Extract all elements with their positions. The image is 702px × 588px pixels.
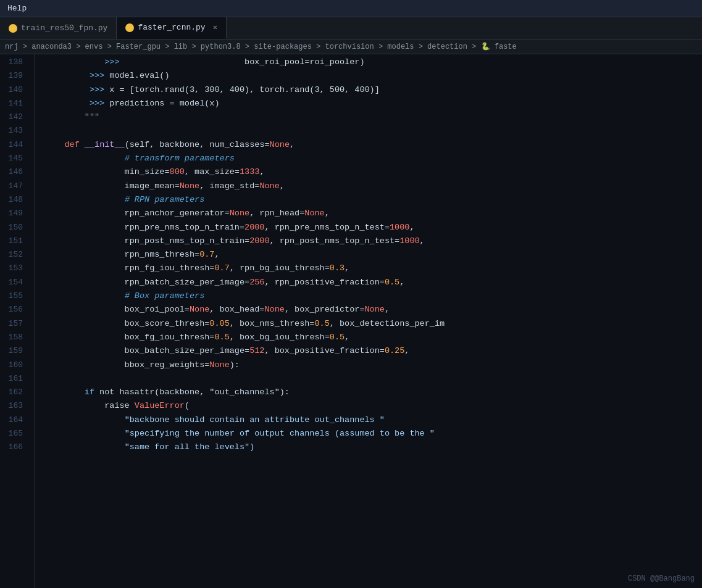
code-line-157: box_score_thresh=0.05, box_nms_thresh=0.… <box>44 317 702 331</box>
title-bar: Help <box>0 0 702 17</box>
title-label: Help <box>7 4 27 13</box>
ln-141: 141 <box>0 97 29 110</box>
ln-166: 166 <box>0 441 29 454</box>
ln-140: 140 <box>0 83 29 97</box>
breadcrumb-text: nrj > anaconda3 > envs > Faster_gpu > li… <box>5 42 517 51</box>
code-line-148: # RPN parameters <box>44 193 702 207</box>
python-icon-faster <box>125 23 134 32</box>
ln-163: 163 <box>0 399 29 413</box>
ln-152: 152 <box>0 248 29 262</box>
code-line-144: def __init__(self, backbone, num_classes… <box>44 138 702 152</box>
code-line-161 <box>44 372 702 386</box>
code-line-166: "same for all the levels") <box>44 441 702 454</box>
code-line-152: rpn_nms_thresh=0.7, <box>44 248 702 262</box>
ln-138: 138 <box>0 56 29 69</box>
breadcrumb: nrj > anaconda3 > envs > Faster_gpu > li… <box>0 39 702 54</box>
code-line-156: box_roi_pool=None, box_head=None, box_pr… <box>44 303 702 317</box>
tab-train[interactable]: train_res50_fpn.py <box>0 17 117 39</box>
ln-156: 156 <box>0 303 29 317</box>
ln-149: 149 <box>0 207 29 220</box>
line-numbers: 138 139 140 141 142 143 144 145 146 147 … <box>0 54 35 588</box>
watermark: CSDN @@BangBang <box>628 574 695 583</box>
code-line-142: """ <box>44 110 702 124</box>
tab-train-label: train_res50_fpn.py <box>21 23 107 33</box>
ln-154: 154 <box>0 276 29 289</box>
code-line-160: bbox_reg_weights=None): <box>44 358 702 372</box>
code-line-143 <box>44 124 702 138</box>
ln-165: 165 <box>0 427 29 441</box>
tab-faster-label: faster_rcnn.py <box>138 23 205 32</box>
ln-145: 145 <box>0 152 29 165</box>
code-line-153: rpn_fg_iou_thresh=0.7, rpn_bg_iou_thresh… <box>44 262 702 275</box>
code-line-146: min_size=800, max_size=1333, <box>44 165 702 179</box>
code-line-151: rpn_post_nms_top_n_train=2000, rpn_post_… <box>44 234 702 248</box>
ln-147: 147 <box>0 180 29 193</box>
code-line-155: # Box parameters <box>44 289 702 303</box>
code-line-164: "backbone should contain an attribute ou… <box>44 413 702 427</box>
code-line-147: image_mean=None, image_std=None, <box>44 180 702 193</box>
ln-146: 146 <box>0 165 29 179</box>
ln-159: 159 <box>0 344 29 358</box>
ln-164: 164 <box>0 413 29 427</box>
ln-139: 139 <box>0 69 29 83</box>
ln-153: 153 <box>0 262 29 275</box>
watermark-text: CSDN @@BangBang <box>628 574 695 583</box>
code-line-163: raise ValueError( <box>44 399 702 413</box>
ln-160: 160 <box>0 358 29 372</box>
code-line-139: >>> model.eval() <box>44 69 702 83</box>
code-area: 138 139 140 141 142 143 144 145 146 147 … <box>0 54 702 588</box>
code-line-165: "specifying the number of output channel… <box>44 427 702 441</box>
code-line-145: # transform parameters <box>44 152 702 165</box>
close-icon[interactable]: ✕ <box>213 23 217 32</box>
tab-faster[interactable]: faster_rcnn.py ✕ <box>117 17 226 39</box>
code-line-150: rpn_pre_nms_top_n_train=2000, rpn_pre_nm… <box>44 221 702 234</box>
tab-bar: train_res50_fpn.py faster_rcnn.py ✕ <box>0 17 702 39</box>
ln-148: 148 <box>0 193 29 207</box>
code-content: >>> box_roi_pool=roi_pooler) >>> model.e… <box>35 54 702 588</box>
ln-150: 150 <box>0 221 29 234</box>
code-line-154: rpn_batch_size_per_image=256, rpn_positi… <box>44 276 702 289</box>
python-icon-train <box>9 24 17 33</box>
code-line-162: if not hasattr(backbone, "out_channels")… <box>44 386 702 399</box>
ln-155: 155 <box>0 289 29 303</box>
code-line-140: >>> x = [torch.rand(3, 300, 400), torch.… <box>44 83 702 97</box>
ln-161: 161 <box>0 372 29 386</box>
ln-144: 144 <box>0 138 29 152</box>
code-line-149: rpn_anchor_generator=None, rpn_head=None… <box>44 207 702 220</box>
code-line-158: box_fg_iou_thresh=0.5, box_bg_iou_thresh… <box>44 331 702 344</box>
ln-158: 158 <box>0 331 29 344</box>
ln-162: 162 <box>0 386 29 399</box>
ln-157: 157 <box>0 317 29 331</box>
ln-143: 143 <box>0 124 29 138</box>
code-line-141: >>> predictions = model(x) <box>44 97 702 110</box>
ln-142: 142 <box>0 110 29 124</box>
code-line-159: box_batch_size_per_image=512, box_positi… <box>44 344 702 358</box>
ln-151: 151 <box>0 234 29 248</box>
code-line-138: >>> box_roi_pool=roi_pooler) <box>44 56 702 69</box>
